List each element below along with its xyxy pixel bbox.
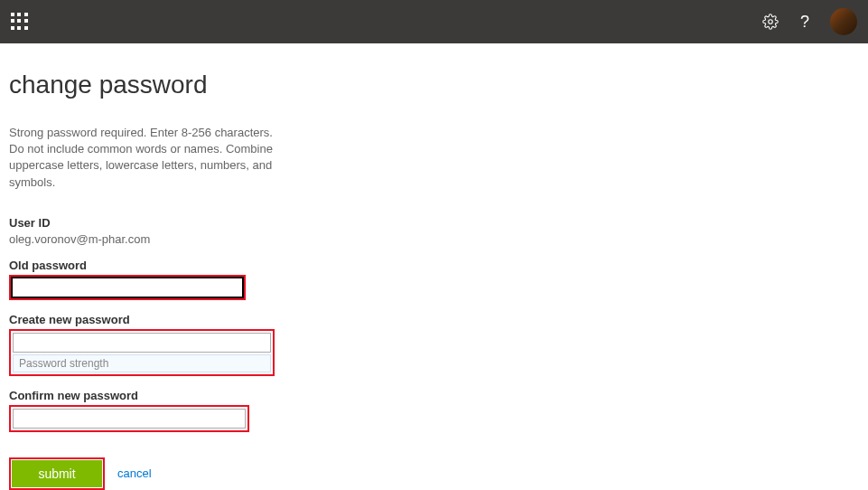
user-id-value: oleg.voronov@m-phar.com — [9, 232, 150, 246]
help-icon[interactable]: ? — [796, 13, 814, 31]
password-requirements: Strong password required. Enter 8-256 ch… — [9, 125, 280, 191]
user-id-label: User ID — [9, 216, 859, 230]
password-strength-indicator: Password strength — [13, 354, 271, 372]
old-password-input[interactable] — [11, 277, 244, 298]
gear-icon[interactable] — [761, 13, 779, 31]
avatar[interactable] — [830, 8, 857, 35]
old-password-group: Old password — [9, 259, 859, 300]
submit-button[interactable]: submit — [12, 460, 102, 487]
new-password-input[interactable] — [13, 333, 271, 353]
button-row: submit cancel — [9, 457, 859, 490]
page-title: change password — [9, 71, 859, 99]
cancel-link[interactable]: cancel — [117, 466, 152, 480]
new-password-label: Create new password — [9, 313, 859, 326]
app-launcher-icon[interactable] — [11, 13, 29, 31]
old-password-label: Old password — [9, 259, 859, 272]
confirm-password-group: Confirm new password — [9, 389, 859, 432]
new-password-group: Create new password Password strength — [9, 313, 859, 376]
confirm-password-input[interactable] — [13, 409, 246, 429]
svg-point-0 — [769, 20, 773, 24]
user-id-group: User ID oleg.voronov@m-phar.com — [9, 216, 859, 246]
top-header: ? — [0, 0, 868, 43]
confirm-password-label: Confirm new password — [9, 389, 859, 402]
main-content: change password Strong password required… — [0, 43, 868, 490]
